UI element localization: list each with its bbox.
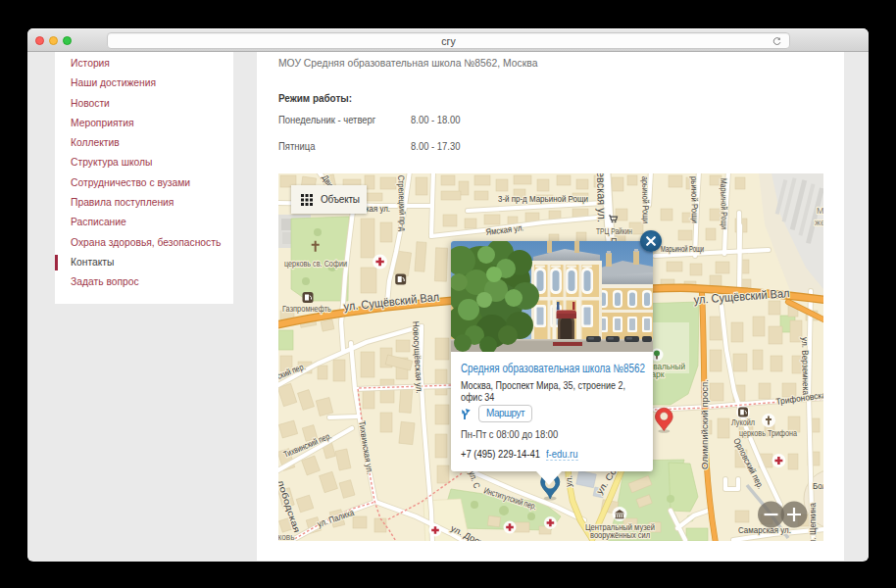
map-objects-button[interactable]: Объекты [291, 185, 367, 214]
balloon-photo [451, 241, 653, 352]
sidebar-item-5[interactable]: Структура школы [55, 153, 233, 172]
svg-text:евская ул.: евская ул. [594, 173, 609, 222]
svg-text:Марьиной Рощи: Марьиной Рощи [661, 244, 704, 254]
svg-text:церковь св. Софии: церковь св. Софии [284, 259, 347, 269]
schedule-day: Понедельник - четверг [278, 114, 375, 125]
schedule-row: Понедельник - четверг 8.00 - 18.00 [278, 114, 386, 125]
sidebar-item-7[interactable]: Правила поступления [55, 193, 233, 213]
sidebar-item-11[interactable]: Задать вопрос [55, 272, 233, 292]
balloon-address-line1: Москва, Проспект Мира, 35, строение 2, [461, 379, 625, 391]
url-text: сгу [108, 35, 789, 47]
balloon-tail [536, 471, 562, 485]
schedule-row: Пятница 8.00 - 17.30 [278, 140, 320, 152]
svg-text:вооружённых сил: вооружённых сил [590, 530, 650, 540]
balloon-site-link[interactable]: f-edu.ru [546, 448, 578, 461]
school-photo-illustration [451, 241, 653, 352]
sidebar-item-0[interactable]: История [55, 54, 233, 74]
svg-text:церковь Трифона: церковь Трифона [739, 428, 797, 438]
balloon-phone: +7 (495) 229-14-41 [461, 448, 540, 460]
sidebar-item-9[interactable]: Охрана здоровья, безопасность [55, 233, 233, 253]
map-balloon: Средняя образовательная школа №8562 Моск… [451, 241, 653, 471]
close-icon [640, 230, 662, 252]
map[interactable]: Двиг Стрелецкий пр-д кая ул. 3-й пр-д Ма… [278, 173, 823, 541]
svg-text:ул. Верземнека: ул. Верземнека [800, 337, 811, 395]
balloon-title-link[interactable]: Средняя образовательная школа №8562 [461, 362, 645, 375]
sidebar-item-6[interactable]: Сотрудничество с вузами [55, 173, 233, 193]
minimize-window-button[interactable] [49, 36, 58, 45]
page: ИсторияНаши достиженияНовостиМероприятия… [27, 52, 869, 561]
map-zoom-controls [756, 500, 811, 529]
schedule-day: Пятница [278, 140, 315, 152]
svg-text:М: М [817, 206, 823, 216]
page-title: МОУ Средняя образовательная школа №8562,… [278, 57, 537, 69]
balloon-address-line2: офис 34 [461, 391, 494, 403]
route-button[interactable]: Маршрут [478, 405, 532, 422]
schedule-heading: Режим работы: [278, 92, 352, 104]
map-museum-icon [613, 507, 627, 521]
sidebar-item-3[interactable]: Мероприятия [55, 114, 233, 133]
content: МОУ Средняя образовательная школа №8562,… [257, 52, 844, 561]
close-window-button[interactable] [35, 36, 44, 45]
schedule-time: 8.00 - 17.30 [411, 140, 460, 152]
zoom-out-button[interactable] [758, 502, 784, 528]
sidebar-item-8[interactable]: Расписание [55, 213, 233, 232]
svg-text:Олимпийский просп.: Олимпийский просп. [700, 379, 710, 469]
refresh-icon[interactable] [772, 36, 782, 47]
svg-text:Марьиной Рощи: Марьиной Рощи [719, 178, 729, 229]
svg-text:Стрелецкий пр-д: Стрелецкий пр-д [396, 175, 408, 232]
browser-window: сгу ИсторияНаши достиженияНовостиМеропри… [27, 28, 869, 562]
svg-text:же: же [815, 218, 823, 227]
sidebar-item-10[interactable]: Контакты [55, 253, 233, 272]
map-church-icon-trifona [762, 414, 775, 427]
sidebar-item-4[interactable]: Коллектив [55, 133, 233, 153]
balloon-close-button[interactable] [640, 230, 662, 252]
svg-text:Газпромнефть: Газпромнефть [282, 304, 331, 314]
balloon-hours: Пн-Пт с 08:00 до 18:00 [461, 428, 558, 440]
sidebar: ИсторияНаши достиженияНовостиМероприятия… [55, 52, 233, 304]
route-icon [462, 408, 474, 420]
schedule-time: 8.00 - 18.00 [411, 114, 460, 125]
svg-text:Бол: Бол [813, 481, 823, 491]
svg-text:ул.: ул. [564, 475, 573, 487]
svg-text:арьиной Рощи: арьиной Рощи [640, 176, 651, 223]
grid-icon [301, 194, 313, 206]
traffic-lights [35, 36, 72, 45]
sidebar-item-2[interactable]: Новости [55, 94, 233, 114]
zoom-window-button[interactable] [63, 36, 72, 45]
screenshot-stage: сгу ИсторияНаши достиженияНовостиМеропри… [0, 0, 896, 588]
svg-text:кая ул.: кая ул. [366, 204, 390, 214]
objects-button-label: Объекты [321, 194, 360, 205]
svg-text:рьиной Рощи: рьиной Рощи [689, 176, 700, 223]
zoom-in-button[interactable] [781, 502, 808, 528]
sidebar-item-1[interactable]: Наши достижения [55, 74, 233, 93]
svg-text:3-й пр-д Марьиной Рощи: 3-й пр-д Марьиной Рощи [498, 194, 588, 204]
browser-chrome: сгу [27, 28, 869, 52]
address-bar[interactable]: сгу [107, 32, 790, 49]
svg-text:ТРЦ Райкин: ТРЦ Райкин [596, 226, 632, 236]
svg-text:ковь: ковь [278, 532, 295, 541]
